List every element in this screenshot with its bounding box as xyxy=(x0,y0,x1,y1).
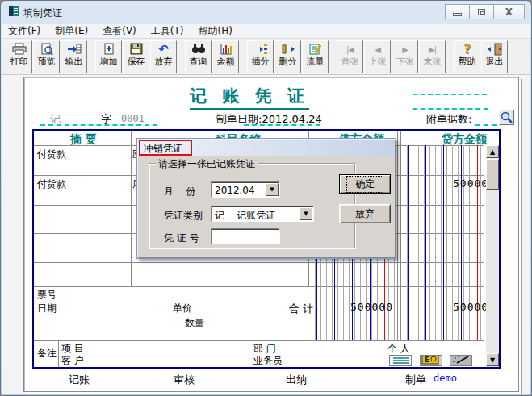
insert-split-button[interactable]: 插分 xyxy=(247,40,274,73)
ok-button[interactable]: 确定 xyxy=(339,174,391,194)
screen-icon: E xyxy=(421,355,442,366)
grid-line xyxy=(400,131,401,340)
first-icon: |◀ xyxy=(346,42,354,56)
toolbar: 打印 预览 输出 增加 保存 ↶ 放弃 查询 余额 xyxy=(2,39,530,75)
notepad-pen-icon xyxy=(309,42,322,56)
chevron-down-icon: ▼ xyxy=(304,211,308,217)
screen-button[interactable]: E xyxy=(420,355,442,366)
month-combobox[interactable]: 2012.04 ▼ xyxy=(211,181,280,198)
scrollbar-thumb[interactable] xyxy=(486,159,499,190)
wand-button[interactable] xyxy=(450,355,472,366)
next-voucher-button: ▶ 下张 xyxy=(392,40,418,73)
insert-split-icon xyxy=(253,42,268,56)
exit-button[interactable]: 退出 xyxy=(481,40,508,73)
audit-label: 审核 xyxy=(174,373,195,387)
group-label: 请选择一张已记账凭证 xyxy=(156,157,258,171)
person-label[interactable]: 个 人 xyxy=(387,342,410,356)
type-dropdown-button[interactable]: ▼ xyxy=(300,207,312,220)
cashier-label: 出纳 xyxy=(286,373,307,387)
voucher-no-label: 凭 证 号 xyxy=(164,231,199,245)
menu-view[interactable]: 查看(V) xyxy=(103,24,136,38)
note-label: 备注 xyxy=(37,347,57,361)
restore-button[interactable] xyxy=(469,4,494,19)
preview-icon xyxy=(40,42,53,56)
add-button[interactable]: 增加 xyxy=(95,40,122,73)
delete-split-button[interactable]: 删分 xyxy=(274,40,301,73)
print-button[interactable]: 打印 xyxy=(6,40,32,73)
row1-summary[interactable]: 付货款 xyxy=(37,148,66,161)
svg-text:*: * xyxy=(390,355,393,361)
customer-label[interactable]: 客 户 xyxy=(61,354,84,368)
save-icon xyxy=(130,42,143,56)
voucher-title: 记 账 凭 证 xyxy=(190,85,309,110)
salesman-label[interactable]: 业务员 xyxy=(253,354,283,368)
month-value: 2012.04 xyxy=(215,185,255,196)
voucher-no-input[interactable] xyxy=(211,228,280,244)
help-button[interactable]: ? 帮助 xyxy=(454,40,480,73)
cashflow-button[interactable]: 流量 xyxy=(302,40,329,73)
grid-line xyxy=(397,131,398,340)
magnifier-icon xyxy=(500,115,513,127)
ok-label: 确定 xyxy=(346,176,383,193)
bar-chart-icon xyxy=(220,42,232,56)
scroll-up-button[interactable]: ▲ xyxy=(486,145,499,158)
query-button[interactable]: 查询 xyxy=(185,40,212,73)
export-button[interactable]: 输出 xyxy=(61,40,87,73)
minimize-button[interactable] xyxy=(445,4,470,19)
total-debit-amount: 500000 xyxy=(350,301,393,313)
discard-button[interactable]: ↶ 放弃 xyxy=(150,40,177,73)
ticket-label: 票号 xyxy=(37,288,57,302)
restore-icon xyxy=(478,9,485,15)
prev-voucher-button: ◀ 上张 xyxy=(364,40,391,73)
help-icon: ? xyxy=(463,42,471,56)
last-icon: ▶| xyxy=(429,42,436,56)
month-dropdown-button[interactable]: ▼ xyxy=(266,183,279,196)
menu-tools[interactable]: 工具(T) xyxy=(151,24,184,38)
titlebar: 填制凭证 X xyxy=(1,1,531,24)
menu-help[interactable]: 帮助(H) xyxy=(199,24,232,38)
grid-line xyxy=(131,131,132,286)
next-icon: ▶ xyxy=(402,42,408,56)
note-lines-icon: * xyxy=(390,355,411,366)
close-icon: X xyxy=(505,6,513,18)
undo-icon: ↶ xyxy=(158,42,169,56)
unit-price-label: 单价 xyxy=(173,302,192,315)
row2-summary[interactable]: 付货款 xyxy=(37,177,66,191)
last-voucher-button: ▶| 末张 xyxy=(419,40,446,73)
note-lines-button[interactable]: * xyxy=(389,355,412,366)
bookkeeping-label: 记账 xyxy=(69,373,90,387)
preparer-name: demo xyxy=(434,373,457,384)
dashed-line xyxy=(413,94,487,95)
wand-icon xyxy=(450,355,471,366)
grid-line xyxy=(58,340,59,367)
select-voucher-group: 请选择一张已记账凭证 月 份 2012.04 ▼ 凭证类别 记 记账凭证 ▼ 凭… xyxy=(149,163,355,248)
type-combobox[interactable]: 记 记账凭证 ▼ xyxy=(211,206,314,222)
attach-zoom-button[interactable] xyxy=(499,110,514,125)
save-button[interactable]: 保存 xyxy=(123,40,149,73)
window-title: 填制凭证 xyxy=(23,6,62,20)
grid-line xyxy=(34,340,484,341)
prev-icon: ◀ xyxy=(375,42,380,56)
attach-underline xyxy=(475,124,497,126)
voucher-number[interactable]: 0001 xyxy=(121,113,145,124)
export-icon xyxy=(67,42,82,56)
minimize-icon xyxy=(453,13,462,16)
svg-text:E: E xyxy=(425,356,429,364)
month-label: 月 份 xyxy=(164,185,195,198)
cancel-button[interactable]: 放弃 xyxy=(339,204,391,223)
close-button[interactable]: X xyxy=(493,4,525,19)
grid-line xyxy=(287,286,287,340)
menu-voucher[interactable]: 制单(E) xyxy=(55,24,88,38)
preview-button[interactable]: 预览 xyxy=(33,40,60,73)
dashed-line xyxy=(413,108,488,110)
app-icon xyxy=(7,5,20,18)
dialog-titlebar[interactable]: 冲销凭证 xyxy=(138,140,395,156)
menu-file[interactable]: 文件(F) xyxy=(8,24,40,38)
date-label: 日期 xyxy=(37,302,57,315)
scroll-down-button[interactable]: ▼ xyxy=(486,353,499,366)
attach-count-label: 附单据数: xyxy=(426,112,471,127)
add-icon xyxy=(103,42,115,56)
app-window: 填制凭证 X 文件(F) 制单(E) 查看(V) 工具(T) 帮助(H) 打印 … xyxy=(0,0,532,396)
menubar: 文件(F) 制单(E) 查看(V) 工具(T) 帮助(H) xyxy=(2,24,530,39)
balance-button[interactable]: 余额 xyxy=(212,40,239,73)
